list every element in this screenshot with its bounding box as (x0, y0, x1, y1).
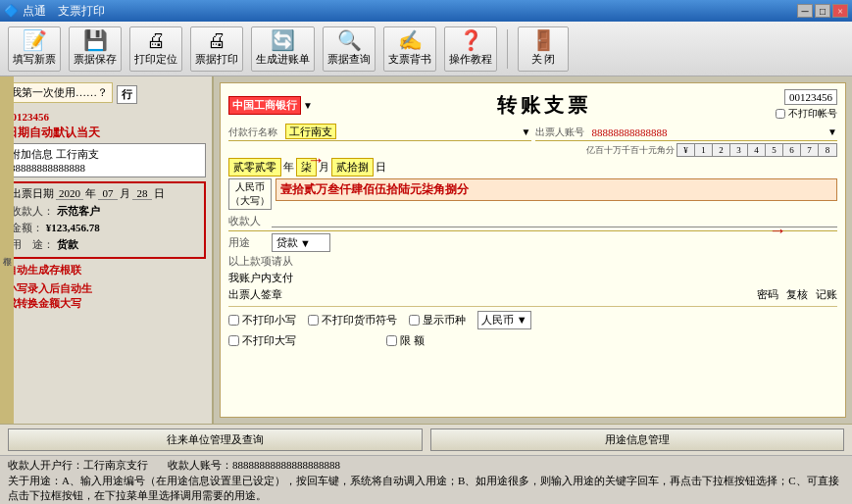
query-ticket-icon: 🔍 (337, 30, 362, 50)
ticket: 中国工商银行 ▼ 转账支票 00123456 不打印帐号 (220, 82, 846, 418)
account-no-value: 88888888888888 (592, 126, 826, 138)
maximize-button[interactable]: □ (815, 4, 830, 18)
payee-bank-label: 付款行名称 (228, 126, 282, 139)
dropdown-arrow-account[interactable]: ▼ (827, 126, 837, 137)
close-window-icon: 🚪 (531, 30, 556, 50)
query-ticket-label: 票据查询 (327, 52, 371, 67)
drawer-sig-label: 出票人签章 (228, 287, 282, 302)
gen-journal-button[interactable]: 🔄 生成进账单 (251, 26, 315, 72)
fill-new-button[interactable]: 📝 填写新票 (8, 26, 61, 72)
limit-checkbox[interactable] (386, 335, 397, 346)
status-row-1: 收款人开户行：工行南京支行 收款人账号：88888888888888888888 (8, 458, 844, 473)
middle-section: 我第一次使用……？ 行 00123456 日期自动默认当天 附加信息 工行南支 … (0, 76, 852, 424)
ticket-purpose-row: 用途 贷款 ▼ (228, 233, 837, 252)
no-print-small-label: 不打印小写 (242, 313, 296, 328)
limit-item: 限 额 (386, 333, 425, 348)
toolbar-separator (507, 29, 508, 69)
gen-journal-label: 生成进账单 (256, 52, 310, 67)
no-print-big-label: 不打印大写 (242, 333, 296, 348)
password-label: 密码 (757, 287, 778, 302)
purpose-dropdown-arrow[interactable]: ▼ (300, 237, 311, 249)
window-title: 支票打印 (58, 3, 105, 20)
query-ticket-button[interactable]: 🔍 票据查询 (323, 26, 376, 72)
minimize-button[interactable]: ─ (797, 4, 813, 18)
payee-bank-value: 工行南支 (285, 124, 336, 139)
ticket-date-row: 贰零贰零 年 柒 月 贰拾捌 日 (228, 158, 405, 176)
close-button[interactable]: × (832, 4, 848, 18)
print-ticket-icon: 🖨 (207, 30, 226, 50)
rmb-row: 人民币 （大写） 壹拾贰万叁仟肆佰伍拾陆元柒角捌分 (228, 178, 837, 210)
tutorial-button[interactable]: ❓ 操作教程 (444, 26, 497, 72)
fill-new-icon: 📝 (23, 30, 47, 50)
purpose-mgmt-button[interactable]: 用途信息管理 (430, 428, 845, 451)
bank-dropdown-arrow[interactable]: ▼ (303, 100, 313, 111)
ticket-payee-row: 收款人 (228, 212, 837, 231)
bookkeeper-label: 记账 (816, 287, 837, 302)
toolbar: 📝 填写新票 💾 票据保存 🖨 打印定位 🖨 票据打印 🔄 生成进账单 🔍 票据… (0, 22, 852, 76)
left-panel: 我第一次使用……？ 行 00123456 日期自动默认当天 附加信息 工行南支 … (0, 76, 214, 424)
purpose-select-box[interactable]: 贷款 ▼ (272, 233, 330, 252)
additional-info1: 附加信息 工行南支 (10, 147, 202, 162)
checkbox-row: 不打印小写 不打印货币符号 显示币种 人民币 ▼ (228, 306, 837, 333)
show-currency-checkbox[interactable] (409, 315, 420, 326)
print-ticket-button[interactable]: 🖨 票据打印 (190, 26, 243, 72)
content-wrapper: 我第一次使用……？ 行 00123456 日期自动默认当天 附加信息 工行南支 … (0, 76, 852, 504)
endorse-button[interactable]: ✍ 支票背书 (383, 26, 436, 72)
endorse-label: 支票背书 (388, 52, 431, 67)
print-locate-icon: 🖨 (146, 30, 166, 50)
ticket-top-row: 中国工商银行 ▼ 转账支票 00123456 不打印帐号 (228, 89, 837, 121)
usage-hint: 我第一次使用……？ (6, 82, 113, 103)
purpose-select-value: 贷款 (276, 235, 298, 250)
no-print-account-checkbox[interactable] (776, 109, 785, 119)
left-payee: 示范客户 (57, 205, 100, 217)
payee-bank-status: 收款人开户行：工行南京支行 (8, 458, 148, 473)
date-day: 28 (132, 187, 152, 200)
ticket-main: 中国工商银行 ▼ 转账支票 00123456 不打印帐号 (221, 83, 845, 417)
ticket-payee-label: 收款人 (228, 214, 268, 228)
no-print-currency-item: 不打印货币符号 (308, 313, 397, 328)
payee-account-status: 收款人账号：88888888888888888888 (168, 458, 340, 473)
print-locate-label: 打印定位 (134, 52, 177, 67)
no-print-currency-checkbox[interactable] (308, 315, 319, 326)
app-name: 点通 (23, 3, 46, 20)
date-month: 07 (98, 187, 118, 200)
auto-generate-label: 自动生成存根联 (6, 263, 206, 277)
left-strip: 存根 (0, 76, 14, 424)
ticket-title: 转账支票 (497, 92, 591, 119)
print-locate-button[interactable]: 🖨 打印定位 (129, 26, 182, 72)
date-amount-row: 贰零贰零 年 柒 月 贰拾捌 日 (228, 158, 837, 176)
title-bar-left: 🔷 点通 支票打印 (4, 3, 105, 20)
no-print-account-label: 不打印帐号 (788, 107, 837, 121)
left-account-no: 00123456 (6, 111, 206, 123)
annotation-convert: 小写录入后自动生 成转换金额大写 (6, 281, 206, 311)
ticket-day-value: 贰拾捌 (331, 158, 374, 176)
no-print-small-item: 不打印小写 (228, 313, 296, 328)
show-currency-label: 显示币种 (423, 313, 466, 328)
digit-grid-header: ¥ 1 2 3 4 5 6 7 8 (677, 143, 837, 157)
endorse-icon: ✍ (398, 30, 423, 50)
close-window-label: 关 闭 (531, 52, 556, 67)
save-ticket-button[interactable]: 💾 票据保存 (69, 26, 122, 72)
currency-type-value: 人民币 (481, 314, 514, 326)
title-bar-buttons: ─ □ × (797, 4, 848, 18)
my-account-text: 我账户内支付 (228, 271, 837, 285)
no-print-currency-label: 不打印货币符号 (322, 313, 397, 328)
bank-select: 中国工商银行 ▼ (228, 96, 313, 115)
print-ticket-label: 票据打印 (195, 52, 238, 67)
currency-type-box[interactable]: 人民币 ▼ (477, 311, 531, 329)
left-info-box: 附加信息 工行南支 88888888888888 (6, 143, 206, 177)
no-print-big-checkbox[interactable] (228, 335, 239, 346)
status-bar: 收款人开户行：工行南京支行 收款人账号：88888888888888888888… (0, 455, 852, 504)
dropdown-arrow-bank[interactable]: ▼ (522, 126, 531, 137)
ticket-container: 中国工商银行 ▼ 转账支票 00123456 不打印帐号 (214, 76, 852, 424)
account-no-label: 出票人账号 (535, 126, 589, 139)
app-icon: 🔷 (4, 4, 19, 19)
ticket-month-value: 柒 (296, 158, 317, 176)
payee-mgmt-button[interactable]: 往来单位管理及查询 (8, 428, 423, 451)
tutorial-label: 操作教程 (449, 52, 492, 67)
following-text: 以上款项请从 (228, 254, 837, 269)
close-window-button[interactable]: 🚪 关 闭 (518, 26, 569, 72)
no-print-small-checkbox[interactable] (228, 315, 239, 326)
ticket-payee-value (272, 215, 837, 227)
left-date-box: 出票日期 2020 年 07 月 28 日 收款人： 示范客户 金额： ¥123… (6, 181, 206, 259)
